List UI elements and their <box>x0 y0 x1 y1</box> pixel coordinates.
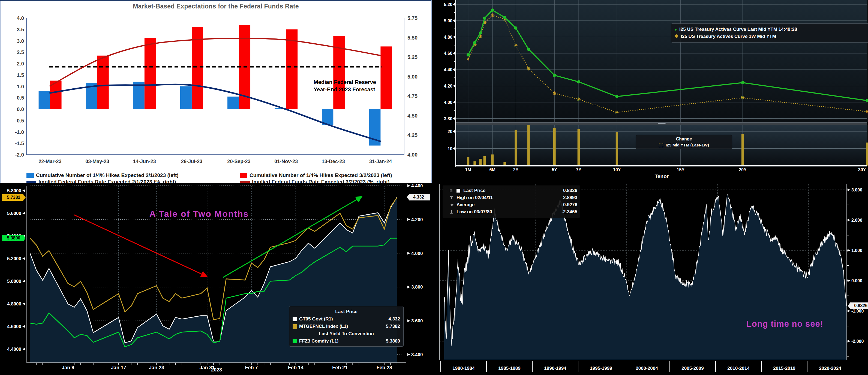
panel-tale-of-two-months: 5.80005.60005.40005.20005.00004.80004.60… <box>0 183 432 375</box>
svg-text:4.75: 4.75 <box>407 93 417 99</box>
svg-text:3.0: 3.0 <box>17 38 24 44</box>
gt05-price-tag: 4.332 <box>407 194 430 200</box>
svg-text:4.20: 4.20 <box>444 84 453 88</box>
navy-line-swatch <box>27 181 36 183</box>
svg-text:31-Jan-24: 31-Jan-24 <box>369 159 392 164</box>
svg-text:5.25: 5.25 <box>407 54 417 60</box>
svg-text:20: 20 <box>447 129 453 134</box>
legend-subtitle: Last Yield To Convention <box>292 330 400 337</box>
svg-text:4.4000: 4.4000 <box>7 347 21 352</box>
legend-title: Last Price <box>292 308 400 315</box>
legend-row-last: Last Price -0.8326 <box>450 187 577 194</box>
svg-text:2000-2004: 2000-2004 <box>636 366 658 371</box>
svg-text:2005-2009: 2005-2009 <box>681 366 704 371</box>
svg-text:01-Nov-23: 01-Nov-23 <box>274 159 298 164</box>
svg-text:1990-1994: 1990-1994 <box>544 366 566 371</box>
legend-item-implied-feb: Implied Federal Funds Rate Expected 2/1/… <box>27 179 176 183</box>
svg-text:4.000: 4.000 <box>411 251 423 256</box>
svg-text:-1.5: -1.5 <box>15 140 24 146</box>
svg-text:26-Jul-23: 26-Jul-23 <box>181 159 203 164</box>
x-axis-year: 2023 <box>27 367 406 373</box>
svg-text:0.5: 0.5 <box>17 95 24 101</box>
panel-treasury-curve: ✳✳✳✳✳✳✳✳✳✳✳✳✳5.205.004.804.604.404.204.0… <box>432 0 868 183</box>
svg-text:3.600: 3.600 <box>411 318 423 323</box>
average-diamond-icon <box>450 202 454 207</box>
curve-legend[interactable]: ● I25 US Treasury Actives Curve Last Mid… <box>671 24 868 42</box>
yellow-asterisk-icon: ✱ <box>674 33 678 40</box>
legend-row-mtge: MTGEFNCL Index (L1) 5.7382 <box>292 323 400 330</box>
svg-text:✳: ✳ <box>466 57 470 62</box>
svg-text:✳: ✳ <box>577 97 581 102</box>
svg-text:2.0: 2.0 <box>17 61 24 67</box>
svg-text:✳: ✳ <box>514 43 518 48</box>
svg-text:3.800: 3.800 <box>411 284 423 290</box>
blue-bar-swatch <box>27 173 34 178</box>
svg-text:4.80: 4.80 <box>444 35 453 39</box>
svg-text:5.00: 5.00 <box>444 19 453 23</box>
white-square-icon <box>292 317 297 321</box>
svg-text:4.00: 4.00 <box>444 100 453 105</box>
tale-legend[interactable]: Last Price GT05 Govt (R1) 4.332 MTGEFNCL… <box>289 306 404 347</box>
svg-text:13-Dec-23: 13-Dec-23 <box>322 159 345 164</box>
red-bar-swatch <box>240 173 247 178</box>
svg-text:5.50: 5.50 <box>407 35 417 41</box>
svg-text:1.000: 1.000 <box>851 248 862 253</box>
svg-text:4.00: 4.00 <box>407 152 417 158</box>
svg-text:5.00: 5.00 <box>407 74 417 80</box>
svg-text:1980-1984: 1980-1984 <box>453 366 475 371</box>
svg-text:22-Mar-23: 22-Mar-23 <box>39 159 62 164</box>
legend-row-ffz3: FFZ3 Comdty (L1) 5.3800 <box>292 337 400 345</box>
legend-item-hikes-feb: Cumulative Number of 1/4% Hikes Expected… <box>27 173 179 178</box>
svg-text:✳: ✳ <box>865 109 868 114</box>
svg-text:3.400: 3.400 <box>411 352 423 357</box>
svg-text:5.2000: 5.2000 <box>7 256 21 261</box>
legend-row-last: ● I25 US Treasury Actives Curve Last Mid… <box>674 26 868 33</box>
mtge-price-tag: 5.7382 <box>2 194 26 201</box>
chart-annotation: Long time no see! <box>730 319 839 329</box>
svg-text:2010-2014: 2010-2014 <box>727 366 750 371</box>
svg-text:1995-1999: 1995-1999 <box>590 366 612 371</box>
last-price-tag: -0.8326 <box>848 303 868 309</box>
change-legend[interactable]: Change I25 Mid YTM (Last-1W) <box>636 135 732 149</box>
ffz3-price-tag: 5.3800 <box>2 235 26 241</box>
svg-text:1.0: 1.0 <box>17 84 24 90</box>
legend-row-1w: ✱ I25 US Treasury Actives Curve 1W Mid Y… <box>674 33 868 40</box>
legend-item-implied-mar: Implied Federal Funds Rate Expected 3/2/… <box>240 179 390 183</box>
svg-text:-2.0: -2.0 <box>15 152 24 158</box>
svg-text:14-Jun-23: 14-Jun-23 <box>133 159 156 164</box>
svg-text:4.200: 4.200 <box>411 217 423 222</box>
green-square-icon <box>292 339 297 343</box>
svg-text:2.5: 2.5 <box>17 50 24 55</box>
legend-row-gt05: GT05 Govt (R1) 4.332 <box>292 315 400 323</box>
high-marker-icon <box>450 195 454 200</box>
svg-text:4.6000: 4.6000 <box>7 324 21 329</box>
svg-text:6M: 6M <box>489 167 495 172</box>
svg-text:20Y: 20Y <box>739 167 747 172</box>
svg-text:10Y: 10Y <box>613 167 621 172</box>
history-legend[interactable]: Last Price -0.8326 High on 02/04/11 2.88… <box>442 185 580 218</box>
svg-text:4.60: 4.60 <box>444 51 453 56</box>
svg-text:2015-2019: 2015-2019 <box>773 366 795 371</box>
svg-text:2Y: 2Y <box>513 167 519 172</box>
svg-text:1M: 1M <box>465 167 471 172</box>
svg-text:5.8000: 5.8000 <box>7 188 21 193</box>
svg-text:4.25: 4.25 <box>407 132 417 138</box>
chart-annotation: A Tale of Two Months <box>120 209 278 219</box>
darkred-line-swatch <box>240 181 250 183</box>
svg-text:✳: ✳ <box>615 110 619 115</box>
svg-text:✳: ✳ <box>527 66 530 71</box>
green-dot-icon: ● <box>674 26 677 33</box>
svg-text:-1.000: -1.000 <box>851 309 864 313</box>
low-marker-icon <box>450 210 454 214</box>
dashed-gold-swatch-icon <box>659 143 663 147</box>
tree-expander-icon[interactable] <box>450 188 454 193</box>
svg-text:20-Sep-23: 20-Sep-23 <box>227 159 251 164</box>
white-square-icon <box>457 188 461 193</box>
svg-text:-0.5: -0.5 <box>15 118 24 124</box>
legend-item-hikes-mar: Cumulative Number of 1/4% Hikes Expected… <box>240 173 392 178</box>
svg-text:-2.000: -2.000 <box>851 339 864 344</box>
svg-text:2.000: 2.000 <box>851 218 862 223</box>
svg-text:0.0: 0.0 <box>17 106 24 112</box>
svg-text:5Y: 5Y <box>552 167 557 172</box>
panel-fed-expectations: Market-Based Expectations for the Federa… <box>0 0 432 183</box>
